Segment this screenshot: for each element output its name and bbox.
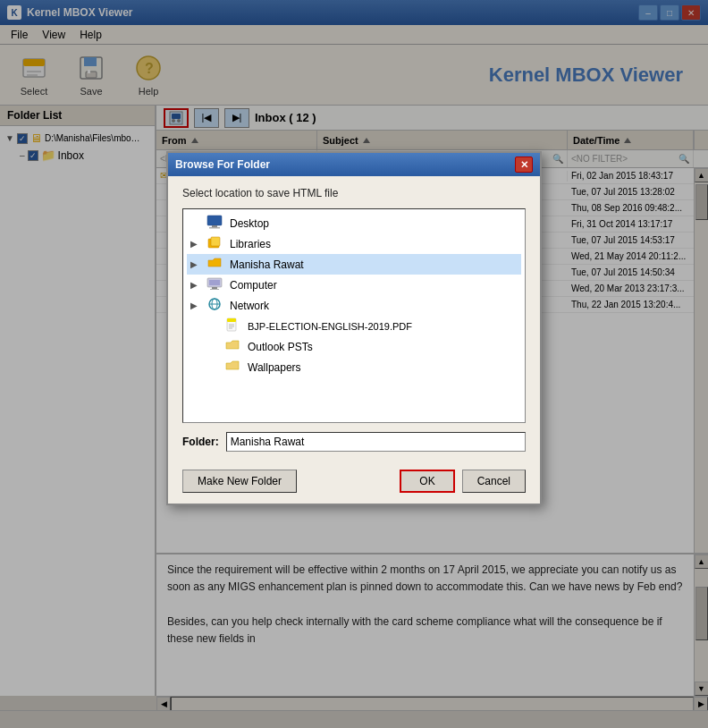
dialog-btn-group: OK Cancel	[400, 470, 526, 493]
computer-label: Computer	[230, 279, 277, 292]
tree-item-libraries[interactable]: ▶ Libraries	[187, 233, 521, 254]
tree-item-computer[interactable]: ▶ Computer	[187, 275, 521, 295]
folder-input[interactable]	[226, 432, 526, 452]
desktop-icon	[206, 215, 223, 232]
tree-item-wallpapers[interactable]: Wallpapers	[187, 357, 521, 377]
svg-rect-18	[212, 225, 217, 227]
outlook-label: Outlook PSTs	[248, 341, 313, 353]
svg-rect-21	[211, 237, 220, 246]
outlook-icon	[224, 338, 240, 355]
dialog-overlay: Browse For Folder ✕ Select location to s…	[0, 0, 708, 728]
dialog-footer: Make New Folder OK Cancel	[168, 462, 540, 504]
manisha-label: Manisha Rawat	[230, 258, 304, 271]
computer-icon	[206, 276, 223, 293]
manisha-expand-icon: ▶	[190, 259, 203, 269]
libraries-expand-icon: ▶	[190, 239, 203, 249]
dialog-instruction: Select location to save HTML file	[182, 187, 526, 199]
dialog-body: Select location to save HTML file Deskto…	[168, 176, 540, 462]
desktop-label: Desktop	[230, 217, 269, 230]
folder-input-label: Folder:	[182, 436, 219, 448]
ok-button[interactable]: OK	[400, 470, 454, 493]
svg-rect-25	[210, 289, 219, 290]
libraries-label: Libraries	[230, 238, 271, 250]
wallpapers-label: Wallpapers	[248, 361, 301, 374]
cancel-button[interactable]: Cancel	[462, 470, 526, 493]
network-expand-icon: ▶	[190, 301, 203, 310]
tree-item-manisha[interactable]: ▶ Manisha Rawat	[187, 254, 521, 275]
network-icon	[206, 297, 223, 314]
folder-input-row: Folder:	[182, 432, 526, 452]
svg-rect-23	[209, 280, 220, 285]
make-new-folder-button[interactable]: Make New Folder	[182, 470, 297, 493]
libraries-icon	[206, 235, 223, 252]
dialog-title: Browse For Folder	[175, 158, 270, 171]
tree-item-network[interactable]: ▶ Network	[187, 295, 521, 316]
network-label: Network	[230, 300, 269, 312]
tree-item-desktop[interactable]: Desktop	[187, 213, 521, 233]
bjp-label: BJP-ELECTION-ENGLISH-2019.PDF	[248, 321, 412, 332]
manisha-icon	[206, 256, 223, 273]
computer-expand-icon: ▶	[190, 280, 203, 290]
svg-rect-30	[227, 318, 236, 322]
tree-item-bjp[interactable]: BJP-ELECTION-ENGLISH-2019.PDF	[187, 316, 521, 336]
svg-rect-17	[207, 216, 222, 225]
browse-dialog: Browse For Folder ✕ Select location to s…	[166, 151, 542, 505]
wallpapers-icon	[224, 359, 240, 376]
dialog-title-bar: Browse For Folder ✕	[168, 153, 540, 176]
tree-item-outlook-psts[interactable]: Outlook PSTs	[187, 336, 521, 357]
svg-rect-19	[209, 227, 220, 229]
svg-rect-24	[212, 287, 217, 289]
bjp-icon	[224, 317, 240, 334]
folder-tree-box[interactable]: Desktop ▶ Libraries ▶	[182, 208, 526, 423]
dialog-close-button[interactable]: ✕	[515, 157, 533, 173]
